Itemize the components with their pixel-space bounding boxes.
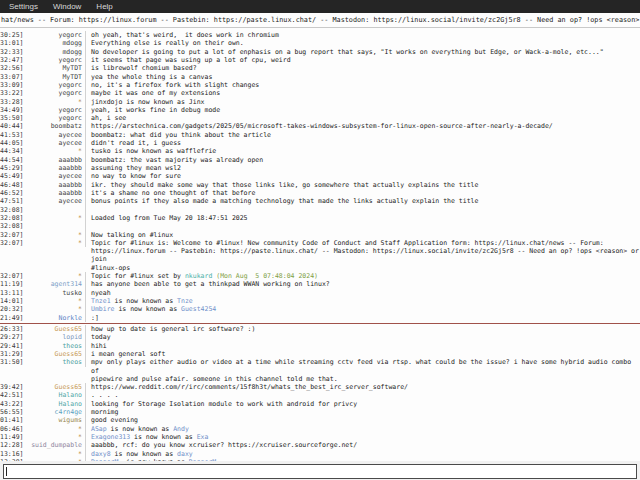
timestamp: 29:27] — [0, 333, 23, 341]
chat-row: 29:41]theoshihi — [0, 342, 640, 350]
nick: * — [78, 458, 82, 461]
chat-row: 34:49]yegorcyeah, it works fine in debug… — [0, 106, 640, 114]
chat-row: 35:50]yegorcah, i see — [0, 114, 640, 122]
chat-row: 44:05]ayeceedidn't read it, i guess — [0, 139, 640, 147]
nick: c4rn4ge — [55, 408, 82, 416]
chat-row: 13:38]*DangerM_ is now known as DangerM — [0, 458, 640, 461]
timestamp: 40:44] — [0, 122, 23, 130]
timestamp: 12:28] — [0, 441, 23, 449]
nick: tusko — [62, 289, 82, 297]
chat-row: 32:47]yegorcit seems that page was using… — [0, 56, 640, 64]
nick: * — [78, 297, 82, 305]
message-text: it's a shame no one thought of that befo… — [86, 189, 640, 197]
message-text: boombatz: what did you think about the a… — [86, 131, 640, 139]
chat-row: 20:32]*Umbire is now known as Guest4254 — [0, 305, 640, 313]
message-text: bonus points if they also made a matchin… — [86, 197, 640, 205]
chat-row: 29:27]lopidtoday — [0, 333, 640, 341]
timestamp-nick-column: 32:33]mdogg — [0, 48, 86, 56]
nick: aaabbb — [59, 164, 82, 172]
chat-row: 32:08]*Loaded log from Tue May 20 18:47:… — [0, 214, 640, 222]
message-text: Loaded log from Tue May 20 18:47:51 2025 — [86, 214, 640, 222]
chat-row: 31:01]mdoggEverything else is really on … — [0, 39, 640, 47]
timestamp: 35:50] — [0, 114, 23, 122]
topic-text: hat/news -- Forum: https://linux.forum -… — [1, 16, 640, 24]
timestamp-nick-column: 13:16]* — [0, 450, 86, 458]
timestamp: 32:07] — [0, 231, 23, 239]
message-text: mornimg — [86, 408, 640, 416]
message-text: i mean general soft — [86, 350, 640, 358]
chat-row: 13:16]*daxy8 is now known as daxy — [0, 450, 640, 458]
timestamp: 39:42] — [0, 383, 23, 391]
chat-log[interactable]: 30:25]yegorcoh yeah, that's weird, it do… — [0, 28, 640, 461]
timestamp: 26:33] — [0, 325, 23, 333]
timestamp-nick-column: 44:34]* — [0, 147, 86, 155]
nick: MyTDT — [62, 73, 82, 81]
timestamp: 13:38] — [0, 458, 23, 461]
menu-item-window[interactable]: Window — [53, 2, 81, 11]
nick: aaabbb — [59, 189, 82, 197]
timestamp-nick-column: 35:50]yegorc — [0, 114, 86, 122]
message-text: Exagone313 is now known as Exa — [86, 433, 640, 441]
chat-row: 01:41]wigumsgood evening — [0, 416, 640, 424]
timestamp: 31:01] — [0, 39, 23, 47]
timestamp: 32:07] — [0, 272, 23, 280]
message-text — [86, 206, 640, 214]
menu-item-settings[interactable]: Settings — [9, 2, 38, 11]
timestamp: 32:08] — [0, 222, 23, 230]
timestamp: 32:08] — [0, 214, 23, 222]
nick: Halano — [59, 391, 82, 399]
timestamp-nick-column: 45:29]aaabbb — [0, 164, 86, 172]
nick: Guess65 — [55, 350, 82, 358]
timestamp-nick-column: 21:49]Norkle — [0, 314, 86, 322]
message-text: boombatz: the vast majority was already … — [86, 156, 640, 164]
message-input[interactable] — [3, 464, 637, 479]
chat-row: 33:09]yegorcno, it's a firefox fork with… — [0, 81, 640, 89]
timestamp-nick-column: 44:05]ayecee — [0, 139, 86, 147]
nick: * — [78, 239, 82, 247]
menu-item-help[interactable]: Help — [96, 2, 112, 11]
chat-row: 32:08] — [0, 222, 640, 230]
chat-row: 30:25]yegorcoh yeah, that's weird, it do… — [0, 31, 640, 39]
chat-row: 14:01]*Tnze1 is now known as Tnze — [0, 297, 640, 305]
nick: ayecee — [59, 172, 82, 180]
nick: wigums — [59, 416, 82, 424]
nick: lopid — [62, 333, 82, 341]
message-text: ah, i see — [86, 114, 640, 122]
timestamp-nick-column: 45:49]ayecee — [0, 172, 86, 180]
nick: MyTDT — [62, 64, 82, 72]
nick: theos — [62, 342, 82, 350]
timestamp-nick-column: 32:07]* — [0, 239, 86, 247]
message-text: oh yeah, that's weird, it does work in c… — [86, 31, 640, 39]
nick: * — [78, 450, 82, 458]
message-text: ikr. they should make some way that thos… — [86, 181, 640, 189]
message-text: mpv only plays either audio or video at … — [86, 358, 640, 383]
timestamp: 13:11] — [0, 289, 23, 297]
timestamp: 45:49] — [0, 172, 23, 180]
timestamp-nick-column: 33:22]yegorc — [0, 89, 86, 97]
nick: suid_dumpable — [31, 441, 82, 449]
topic-bar[interactable]: hat/news -- Forum: https://linux.forum -… — [0, 13, 640, 28]
timestamp-nick-column: 32:08] — [0, 206, 86, 214]
timestamp-nick-column: 41:53]ayecee — [0, 131, 86, 139]
message-text: how up to date is general irc software? … — [86, 325, 640, 333]
nick: * — [78, 147, 82, 155]
text-caret — [6, 467, 7, 476]
timestamp-nick-column: 32:47]yegorc — [0, 56, 86, 64]
message-text: hihi — [86, 342, 640, 350]
timestamp: 32:56] — [0, 64, 23, 72]
chat-row: 32:07]*Topic for #linux is: Welcome to #… — [0, 239, 640, 272]
timestamp: 01:41] — [0, 416, 23, 424]
message-text: https://www.reddit.com/r/irc/comments/15… — [86, 383, 640, 391]
chat-row: 42:51]Halano. . . . — [0, 391, 640, 399]
timestamp-nick-column: 31:01]mdogg — [0, 39, 86, 47]
chat-row: 12:28]suid_dumpableaaabbb, rcf: do you k… — [0, 441, 640, 449]
timestamp-nick-column: 46:48]aaabbb — [0, 181, 86, 189]
message-text: Topic for #linux is: Welcome to #linux! … — [86, 239, 640, 272]
message-text: Everything else is really on their own. — [86, 39, 640, 47]
message-text: is librewolf chomium based? — [86, 64, 640, 72]
nick: yegorc — [59, 114, 82, 122]
nick: ayecee — [59, 131, 82, 139]
nick: * — [78, 272, 82, 280]
nick: theos — [62, 358, 82, 366]
timestamp-nick-column: 43:22]Halano — [0, 400, 86, 408]
